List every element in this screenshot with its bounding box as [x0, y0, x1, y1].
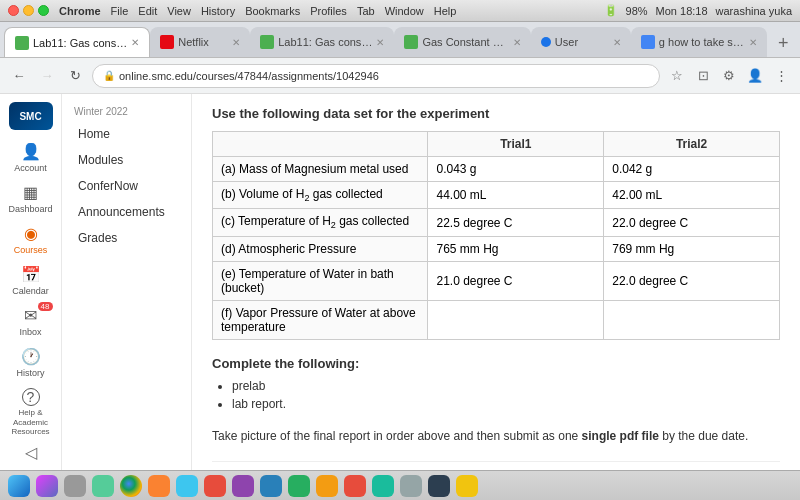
battery-icon: 🔋 — [604, 4, 618, 17]
mac-menu-history[interactable]: History — [201, 5, 235, 17]
sidebar-item-dashboard[interactable]: ▦ Dashboard — [5, 179, 57, 218]
url-bar[interactable]: 🔒 online.smc.edu/courses/47844/assignmen… — [92, 64, 660, 88]
inbox-icon: ✉ — [24, 306, 37, 325]
dock-app8-icon[interactable] — [204, 475, 226, 497]
table-header-trial1: Trial1 — [428, 132, 604, 157]
collapse-btn[interactable]: ◁ — [25, 443, 37, 470]
table-row: (e) Temperature of Water in bath (bucket… — [213, 261, 780, 300]
term-label: Winter 2022 — [62, 102, 191, 121]
calendar-icon: 📅 — [21, 265, 41, 284]
tab-favicon-1 — [15, 36, 29, 50]
mac-menu-file[interactable]: File — [111, 5, 129, 17]
table-header-empty — [213, 132, 428, 157]
screen-icon[interactable]: ⊡ — [692, 65, 714, 87]
sidebar-item-account[interactable]: 👤 Account — [5, 138, 57, 177]
main-content: Use the following data set for the exper… — [192, 94, 800, 470]
tab-close-3[interactable]: ✕ — [376, 37, 384, 48]
mac-menu-edit[interactable]: Edit — [138, 5, 157, 17]
tab-gas-prel[interactable]: Gas Constant Prel... ✕ — [394, 27, 530, 57]
mac-menu-chrome[interactable]: Chrome — [59, 5, 101, 17]
tab-label-1: Lab11: Gas constan... — [33, 37, 127, 49]
nav-item-announcements[interactable]: Announcements — [62, 199, 191, 225]
dock-app3-icon[interactable] — [64, 475, 86, 497]
row-trial1-d: 765 mm Hg — [428, 236, 604, 261]
courses-icon: ◉ — [24, 224, 38, 243]
tab-close-5[interactable]: ✕ — [613, 37, 621, 48]
tab-user[interactable]: User ✕ — [531, 27, 631, 57]
new-tab-button[interactable]: + — [771, 29, 796, 57]
reload-button[interactable]: ↻ — [64, 65, 86, 87]
dock-app9-icon[interactable] — [232, 475, 254, 497]
history-icon: 🕐 — [21, 347, 41, 366]
nav-item-confernow[interactable]: ConferNow — [62, 173, 191, 199]
tab-close-1[interactable]: ✕ — [131, 37, 139, 48]
tab-lab11-2[interactable]: Lab11: Gas constan... ✕ — [250, 27, 394, 57]
mac-menu-help[interactable]: Help — [434, 5, 457, 17]
dock-finder-icon[interactable] — [8, 475, 30, 497]
menu-icon[interactable]: ⋮ — [770, 65, 792, 87]
dock-app4-icon[interactable] — [92, 475, 114, 497]
mac-menu-bookmarks[interactable]: Bookmarks — [245, 5, 300, 17]
nav-item-home[interactable]: Home — [62, 121, 191, 147]
dock-app17-icon[interactable] — [456, 475, 478, 497]
tab-close-6[interactable]: ✕ — [749, 37, 757, 48]
dock-app13-icon[interactable] — [344, 475, 366, 497]
bookmark-star-icon[interactable]: ☆ — [666, 65, 688, 87]
profile-icon[interactable]: 👤 — [744, 65, 766, 87]
smc-logo: SMC — [9, 102, 53, 130]
tab-howto[interactable]: g how to take scre... ✕ — [631, 27, 767, 57]
table-row: (a) Mass of Magnesium metal used 0.043 g… — [213, 157, 780, 182]
table-header-trial2: Trial2 — [604, 132, 780, 157]
dock-app14-icon[interactable] — [372, 475, 394, 497]
tab-favicon-3 — [260, 35, 274, 49]
extension-icon[interactable]: ⚙ — [718, 65, 740, 87]
row-trial2-d: 769 mm Hg — [604, 236, 780, 261]
sidebar-item-calendar[interactable]: 📅 Calendar — [5, 261, 57, 300]
tab-netflix[interactable]: Netflix ✕ — [150, 27, 250, 57]
mac-menu-window[interactable]: Window — [385, 5, 424, 17]
tab-close-2[interactable]: ✕ — [232, 37, 240, 48]
table-row: (b) Volume of H2 gas collected 44.00 mL … — [213, 182, 780, 209]
tab-label-5: User — [555, 36, 609, 48]
fullscreen-button[interactable] — [38, 5, 49, 16]
table-row: (f) Vapor Pressure of Water at above tem… — [213, 300, 780, 339]
row-label-e: (e) Temperature of Water in bath (bucket… — [213, 261, 428, 300]
nav-item-modules[interactable]: Modules — [62, 147, 191, 173]
dock-app12-icon[interactable] — [316, 475, 338, 497]
dock-app6-icon[interactable] — [148, 475, 170, 497]
row-trial1-b: 44.00 mL — [428, 182, 604, 209]
dock-app11-icon[interactable] — [288, 475, 310, 497]
bullet-list: prelab lab report. — [232, 379, 780, 411]
close-button[interactable] — [8, 5, 19, 16]
mac-menu-profiles[interactable]: Profiles — [310, 5, 347, 17]
sidebar-item-inbox[interactable]: ✉ Inbox 48 — [5, 302, 57, 341]
table-row: (c) Temperature of H2 gas collected 22.5… — [213, 209, 780, 236]
dock-app10-icon[interactable] — [260, 475, 282, 497]
minimize-button[interactable] — [23, 5, 34, 16]
dock-app15-icon[interactable] — [400, 475, 422, 497]
back-button[interactable]: ← — [8, 65, 30, 87]
traffic-lights[interactable] — [8, 5, 49, 16]
row-trial1-a: 0.043 g — [428, 157, 604, 182]
mac-topbar: Chrome File Edit View History Bookmarks … — [0, 0, 800, 22]
sidebar-item-history[interactable]: 🕐 History — [5, 343, 57, 382]
mac-menu-view[interactable]: View — [167, 5, 191, 17]
tab-close-4[interactable]: ✕ — [513, 37, 521, 48]
account-icon: 👤 — [21, 142, 41, 161]
dock-siri-icon[interactable] — [36, 475, 58, 497]
dock-chrome-icon[interactable] — [120, 475, 142, 497]
sidebar-item-courses[interactable]: ◉ Courses — [5, 220, 57, 259]
nav-item-grades[interactable]: Grades — [62, 225, 191, 251]
clock: Mon 18:18 — [656, 5, 708, 17]
tab-label-4: Gas Constant Prel... — [422, 36, 508, 48]
dock-app16-icon[interactable] — [428, 475, 450, 497]
mac-menu-tab[interactable]: Tab — [357, 5, 375, 17]
collapse-icon: ◁ — [25, 444, 37, 461]
dock-bar — [0, 470, 800, 500]
address-bar-right: ☆ ⊡ ⚙ 👤 ⋮ — [666, 65, 792, 87]
dock-app7-icon[interactable] — [176, 475, 198, 497]
sidebar-item-help[interactable]: ? Help & Academic Resources — [5, 384, 57, 441]
forward-button[interactable]: → — [36, 65, 58, 87]
tab-lab11-1[interactable]: Lab11: Gas constan... ✕ — [4, 27, 150, 57]
tab-favicon-5 — [541, 37, 551, 47]
